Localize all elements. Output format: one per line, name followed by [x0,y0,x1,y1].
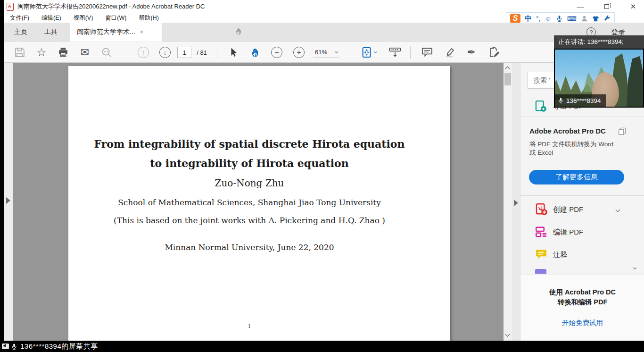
document-scrollbar[interactable] [504,63,512,341]
pro-dc-card-text: 将 PDF 文件联机转换为 Word 或 Excel [529,140,613,157]
speaking-banner: 正在讲话: 136****8394; [554,35,644,49]
tab-document[interactable]: 闽南师范大学学术... × [70,23,162,42]
previous-page-button[interactable]: ↑ [135,42,152,63]
pdf-author: Zuo-Nong Zhu [68,177,430,189]
next-page-button[interactable]: ↓ [157,42,173,63]
pdf-file-icon [7,3,14,11]
pdf-page-number: 1 [68,323,430,329]
search-tool-button[interactable] [97,42,116,63]
tab-close-icon[interactable]: × [140,29,143,35]
left-panel-rail [4,63,13,341]
ime-emoji-icon[interactable]: ☺ [545,15,551,22]
pdf-title-line1: From integrability of spatial discrete H… [68,138,430,150]
email-button[interactable]: ✉ [75,42,94,63]
video-thumbnail: 136****8394 [555,50,643,107]
participant-video[interactable]: 136****8394 [554,49,644,108]
select-tool-button[interactable] [224,42,243,63]
ime-skin-icon[interactable] [592,15,599,22]
page-display-mode-button[interactable] [385,42,405,63]
comment-icon [535,248,547,260]
menu-window[interactable]: 窗口(W) [99,14,132,22]
fit-page-button[interactable] [358,42,380,63]
pdf-joint-note: (This is based on the joint works with A… [68,216,430,225]
fill-sign-tool-button[interactable] [484,42,504,63]
zoom-out-button[interactable]: − [268,42,285,63]
close-button[interactable]: ✕ [627,1,639,12]
tab-tools[interactable]: 工具 [38,23,64,42]
hand-tool-button[interactable] [246,42,265,63]
ime-settings-wrench-icon[interactable] [603,15,611,22]
collapse-tools-pane-icon[interactable] [514,200,518,206]
highlight-tool-button[interactable] [439,42,460,63]
zoom-level-select[interactable]: 61% [311,42,341,63]
sign-tool-button[interactable]: ✒ [461,42,482,63]
create-pdf-expand-icon[interactable] [616,208,620,212]
share-mic-icon [11,343,17,350]
tab-home[interactable]: 主页 [8,23,34,42]
tab-bar: 主页 工具 闽南师范大学学术... × [4,23,644,42]
pdf-affiliation: School of Mathematical Sciences, Shangha… [68,198,430,207]
edit-pdf-tool[interactable]: 编辑 PDF [520,225,644,241]
document-pane[interactable]: From integrability of spatial discrete H… [13,63,504,341]
open-left-pane-icon[interactable] [6,197,10,204]
create-pdf-tool[interactable]: 创建 PDF [520,202,644,218]
scroll-up-icon[interactable] [505,65,510,70]
ime-mic-icon[interactable] [556,15,563,22]
clipped-tool-icon [535,269,546,274]
restore-button[interactable] [601,1,613,12]
ime-punctuation-icon[interactable]: °, [536,15,541,22]
share-status-text: 136****8394的屏幕共享 [20,342,98,351]
ime-keyboard-icon[interactable]: ⌨ [567,15,577,22]
edit-pdf-icon [535,226,548,238]
screen: 闽南师范大学学术报告20200622new.pdf - Adobe Acroba… [0,0,644,352]
mouse-cursor-icon [235,26,243,36]
pdf-venue-date: Minnan Normal University, June 22, 2020 [68,243,430,252]
ime-account-icon[interactable] [581,15,588,22]
title-bar: 闽南师范大学学术报告20200622new.pdf - Adobe Acroba… [4,0,644,13]
create-pdf-icon [535,203,548,216]
menu-file[interactable]: 文件(F) [4,14,35,22]
sogou-logo-icon[interactable]: S [510,14,520,23]
mic-on-icon [558,97,564,104]
scrollbar-thumb[interactable] [504,73,511,85]
pdf-page[interactable]: From integrability of spatial discrete H… [68,66,450,341]
save-button[interactable] [10,42,29,63]
pro-dc-card-title: Adobe Acrobat Pro DC [529,127,606,135]
page-count-label: / 81 [193,42,210,63]
trial-promo: 使用 Acrobat Pro DC 转换和编辑 PDF 开始免费试用 [520,275,644,341]
learn-more-button[interactable]: 了解更多信息 [529,170,624,184]
screen-share-bar: 136****8394的屏幕共享 [0,341,644,352]
convert-docs-icon [618,127,627,135]
print-button[interactable] [54,42,73,63]
export-pdf-icon [535,100,547,112]
ime-language-toggle[interactable]: 中 [525,14,532,23]
menu-edit[interactable]: 编辑(E) [35,14,67,22]
main-toolbar: ☆ ✉ ↑ ↓ 1 / 81 − + 61% [4,42,644,63]
chevron-down-icon [374,50,377,53]
menu-help[interactable]: 帮助(H) [132,14,165,22]
window-title: 闽南师范大学学术报告20200622new.pdf - Adobe Acroba… [17,2,205,11]
pdf-title-line2: to integrability of Hirota equation [68,157,430,169]
comment-tool-button[interactable] [417,42,438,63]
chevron-down-icon [335,50,338,53]
panel-scroll-down-icon[interactable] [633,266,636,269]
participant-name-tag: 136****8394 [555,94,606,107]
zoom-in-button[interactable]: + [290,42,307,63]
star-favorites-button[interactable]: ☆ [32,42,51,63]
screen-share-icon [2,344,9,349]
menu-view[interactable]: 视图(V) [67,14,99,22]
scroll-down-icon[interactable] [505,333,510,337]
start-free-trial-link[interactable]: 开始免费试用 [562,318,603,327]
restore-icon [604,4,609,9]
comment-tool[interactable]: 注释 [520,247,644,263]
page-number-input[interactable]: 1 [176,42,192,63]
minimize-button[interactable]: — [574,1,586,12]
right-panel-rail [512,63,520,341]
